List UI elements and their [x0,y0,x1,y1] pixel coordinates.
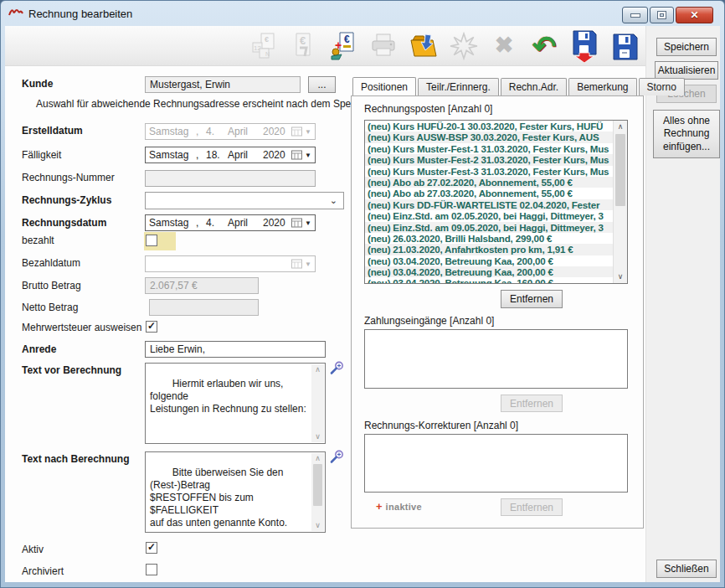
close-button[interactable]: ✕ [676,7,713,23]
brutto-label: Brutto Betrag [22,280,81,291]
minimize-button[interactable] [622,7,648,23]
rechnungs-zyklus-combo[interactable]: ⌄ [145,192,344,209]
korrekturen-list[interactable] [364,434,628,493]
svg-text:€: € [265,35,269,44]
aktualisieren-button[interactable]: Aktualisieren [655,61,718,80]
inaktive-legend: + inaktive [376,500,422,513]
anrede-field[interactable]: Liebe Erwin, [145,341,326,358]
save-icon[interactable] [608,28,641,64]
scroll-up-icon: ∧ [614,121,627,133]
erstelldatum-field[interactable]: Samstag,4.April2020 ▼ [145,123,316,140]
zahlungseingaenge-label: Zahlungseingänge [Anzahl 0] [364,315,494,327]
list-item[interactable]: (neu) Abo ab 27.02.2020, Abonnement, 55,… [365,177,613,188]
archiviert-label: Archiviert [22,565,64,577]
burst-icon[interactable] [447,28,481,64]
tab-rechn-adr[interactable]: Rechn.Adr. [501,78,567,95]
form-area: Kunde Mustergast, Erwin ... Auswahl für … [5,66,645,582]
list-item[interactable]: (neu) Kurs Muster-Fest-2 31.03.2020, Fes… [365,154,613,165]
mwst-checkbox[interactable] [146,321,157,333]
list-item[interactable]: (neu) 21.03.2020, Anfahrtkosten pro km, … [365,244,613,255]
list-item[interactable]: (neu) Einz.Std. am 02.05.2020, bei Haggi… [365,210,613,221]
speichern-button[interactable]: Speichern [656,38,717,56]
list-item[interactable]: (neu) Einz.Std. am 09.05.2020, bei Haggi… [365,222,613,233]
rechnungs-nummer-field[interactable] [145,170,316,187]
zahlungseingaenge-list[interactable] [364,329,628,389]
bezahldatum-field[interactable]: ▼ [145,255,316,272]
action-strip: Speichern Aktualisieren Löschen Alles oh… [645,26,720,582]
kunde-browse-button[interactable]: ... [308,76,336,93]
scroll-thumb[interactable] [313,464,322,506]
euro-list-icon[interactable]: € 12 N [246,28,280,64]
client-area: € 12 N € € + [5,26,720,582]
archiviert-checkbox[interactable] [146,564,157,575]
app-icon [8,7,23,20]
netto-label: Netto Betrag [22,302,78,313]
list-scrollbar[interactable]: ∧ ∨ [613,121,627,283]
rechnungsdatum-field[interactable]: Samstag,4.April2020 ▼ [145,214,316,231]
list-item[interactable]: (neu) 03.04.2020, Betreuung Kaa, 160,00 … [365,277,613,284]
address-hint: Auswahl für abweichende Rechnungsadresse… [36,98,378,110]
rechnungsposten-list: (neu) Kurs HUFÜ-20-1 30.03.2020, Fester … [364,120,628,284]
erstelldatum-label: Erstelldatum [22,125,83,137]
korrekturen-label: Rechnungs-Korrekturen [Anzahl 0] [364,420,518,431]
text-vor-scrollbar[interactable]: ∧ ∨ [311,364,324,442]
scroll-up-icon: ∧ [315,364,321,375]
list-item[interactable]: (neu) 03.04.2020, Betreuung Kaa, 200,00 … [365,266,613,277]
list-item[interactable]: (neu) Abo ab 27.03.2020, Abonnement, 55,… [365,188,613,199]
netto-field [149,299,259,316]
rechnungsposten-label: Rechnungsposten [Anzahl 0] [364,103,492,115]
list-item[interactable]: (neu) Kurs Muster-Fest-1 31.03.2020, Fes… [365,143,613,154]
alles-ohne-rechnung-button[interactable]: Alles ohne Rechnung einfügen... [653,110,720,158]
bezahlt-checkbox[interactable] [146,235,157,246]
maximize-button[interactable] [650,7,674,23]
export-folder-icon[interactable] [407,28,440,64]
list-item[interactable]: (neu) Kurs HUFÜ-20-1 30.03.2020, Fester … [365,121,613,132]
tab-bemerkung[interactable]: Bemerkung [568,78,636,95]
scroll-thumb[interactable] [615,134,625,206]
zoom-text-vor-icon[interactable] [330,361,345,376]
svg-text:€: € [344,34,350,45]
plus-icon: + [376,500,383,513]
print-icon[interactable] [367,28,400,64]
aktiv-checkbox[interactable] [146,542,157,554]
tab-teilr-erinnerg[interactable]: Teilr./Erinnerg. [418,78,499,95]
undo-icon[interactable]: ↶ [527,28,561,64]
text-vor-textarea[interactable]: Hiermit erlauben wir uns, folgende Leist… [145,363,326,444]
rechnungsdatum-label: Rechnungsdatum [22,217,106,229]
list-item[interactable]: (neu) Kurs AUSW-BSP 30.03.2020, Fester K… [365,132,613,142]
text-nach-label: Text nach Berechnung [22,453,129,465]
scroll-up-icon: ∧ [315,453,321,464]
save-close-icon[interactable] [568,28,601,64]
text-nach-scrollbar[interactable]: ∧ ∨ [311,453,324,531]
dropdown-arrow-icon: ▼ [305,219,311,227]
entfernen-posten-button[interactable]: Entfernen [501,290,563,308]
euro-invoice-icon[interactable]: € [286,28,320,64]
maximize-icon [658,12,666,18]
list-item[interactable]: (neu) 03.04.2020, Betreuung Kaa, 200,00 … [365,255,613,266]
dropdown-arrow-icon: ▼ [305,152,311,159]
text-nach-textarea[interactable]: Bitte überweisen Sie den (Rest-)Betrag $… [145,451,326,533]
kunde-label: Kunde [22,78,53,90]
tab-positionen[interactable]: Positionen [352,77,416,95]
tab-storno[interactable]: Storno [639,78,685,95]
faelligkeit-field[interactable]: Samstag,18.April2020 ▼ [145,147,316,163]
kunde-field[interactable]: Mustergast, Erwin [145,76,301,93]
list-item[interactable]: (neu) 26.03.2020, Brilli Halsband, 299,0… [365,233,613,244]
schliessen-button[interactable]: Schließen [656,560,717,578]
rechnungs-nummer-label: Rechnungs-Nummer [22,172,115,183]
zoom-text-nach-icon[interactable] [330,450,345,465]
chevron-down-icon: ⌄ [330,199,337,202]
close-icon: ✕ [690,9,698,21]
minimize-icon [631,14,640,17]
window-title: Rechnung bearbeiten [28,8,132,20]
titlebar[interactable]: Rechnung bearbeiten ✕ [1,1,724,26]
svg-text:N: N [265,51,270,57]
list-item[interactable]: (neu) Kurs Muster-Fest-3 31.03.2020, Fes… [365,166,613,177]
entfernen-korrekturen-button[interactable]: Entfernen [501,498,563,516]
entfernen-zahlungen-button[interactable]: Entfernen [501,395,563,412]
bezahlt-label: bezahlt [22,235,54,246]
delete-x-icon[interactable]: ✖ [487,28,521,64]
dropdown-arrow-icon: ▼ [305,128,311,136]
list-item[interactable]: (neu) Kurs DD-FÜR-WARTELISTE 02.04.2020,… [365,199,613,210]
euro-invoice-add-icon[interactable]: € + [327,28,360,64]
